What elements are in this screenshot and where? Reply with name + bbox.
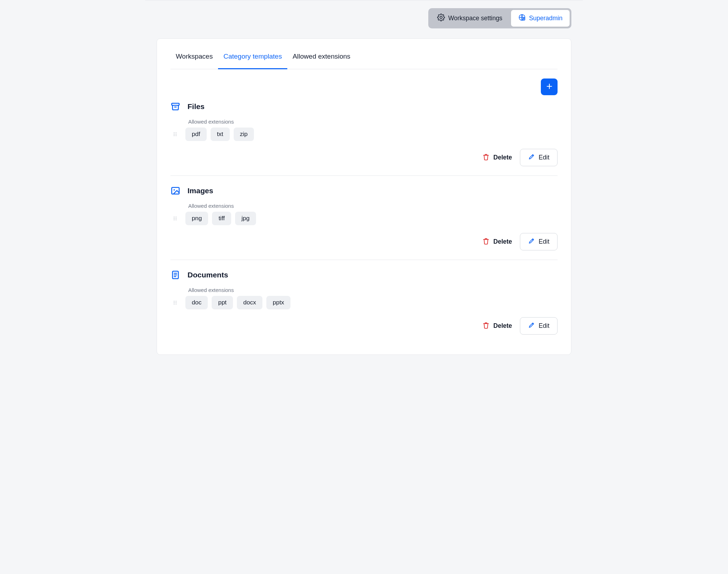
edit-label: Edit — [539, 154, 549, 161]
image-icon — [170, 186, 180, 196]
edit-button[interactable]: Edit — [520, 149, 558, 166]
trash-icon — [482, 153, 490, 162]
tab-allowed-extensions[interactable]: Allowed extensions — [287, 51, 356, 69]
globe-icon — [518, 13, 526, 23]
extension-chip: doc — [185, 296, 208, 309]
extension-chips: doc ppt docx pptx — [185, 296, 290, 309]
content-card: Workspaces Category templates Allowed ex… — [157, 38, 571, 355]
document-icon — [170, 270, 180, 280]
tab-category-templates[interactable]: Category templates — [218, 51, 287, 69]
allowed-extensions-label: Allowed extensions — [188, 119, 558, 125]
extension-chip: pdf — [185, 128, 207, 141]
edit-label: Edit — [539, 322, 549, 330]
drag-handle[interactable] — [171, 300, 179, 305]
toolbar — [170, 69, 558, 99]
plus-icon — [545, 82, 553, 91]
workspace-settings-label: Workspace settings — [448, 15, 502, 22]
extension-chip: ppt — [212, 296, 233, 309]
archive-icon — [170, 102, 180, 112]
allowed-extensions-label: Allowed extensions — [188, 203, 558, 209]
tab-workspaces[interactable]: Workspaces — [170, 51, 218, 69]
extension-chip: docx — [237, 296, 262, 309]
extension-chip: jpg — [235, 212, 256, 225]
edit-button[interactable]: Edit — [520, 317, 558, 335]
superadmin-label: Superadmin — [529, 15, 563, 22]
drag-handle[interactable] — [171, 216, 179, 221]
tabs: Workspaces Category templates Allowed ex… — [170, 51, 558, 69]
pencil-icon — [528, 321, 535, 330]
settings-toggle: Workspace settings Superadmin — [428, 8, 571, 28]
edit-label: Edit — [539, 238, 549, 245]
pencil-icon — [528, 237, 535, 246]
category-title: Documents — [188, 271, 228, 279]
gear-icon — [437, 13, 445, 23]
pencil-icon — [528, 153, 535, 162]
edit-button[interactable]: Edit — [520, 233, 558, 250]
extension-chip: txt — [211, 128, 230, 141]
extension-chips: png tiff jpg — [185, 212, 256, 225]
category-list: Files Allowed extensions pdf txt zip — [170, 99, 558, 344]
extension-chip: tiff — [212, 212, 231, 225]
extension-chips: pdf txt zip — [185, 128, 254, 141]
workspace-settings-button[interactable]: Workspace settings — [430, 10, 509, 27]
trash-icon — [482, 321, 490, 331]
drag-handle[interactable] — [171, 131, 179, 137]
add-category-button[interactable] — [541, 78, 558, 95]
superadmin-button[interactable]: Superadmin — [511, 10, 570, 27]
delete-label: Delete — [493, 322, 512, 330]
category-item: Files Allowed extensions pdf txt zip — [170, 99, 558, 175]
delete-button[interactable]: Delete — [482, 237, 512, 247]
category-item: Documents Allowed extensions doc ppt doc… — [170, 260, 558, 344]
delete-label: Delete — [493, 154, 512, 161]
trash-icon — [482, 237, 490, 247]
delete-button[interactable]: Delete — [482, 321, 512, 331]
extension-chip: png — [185, 212, 208, 225]
category-item: Images Allowed extensions png tiff jpg — [170, 175, 558, 260]
extension-chip: zip — [234, 128, 254, 141]
category-title: Images — [188, 186, 213, 195]
topbar: Workspace settings Superadmin — [145, 3, 583, 38]
category-title: Files — [188, 102, 205, 111]
extension-chip: pptx — [266, 296, 290, 309]
allowed-extensions-label: Allowed extensions — [188, 287, 558, 293]
delete-label: Delete — [493, 238, 512, 245]
delete-button[interactable]: Delete — [482, 153, 512, 162]
